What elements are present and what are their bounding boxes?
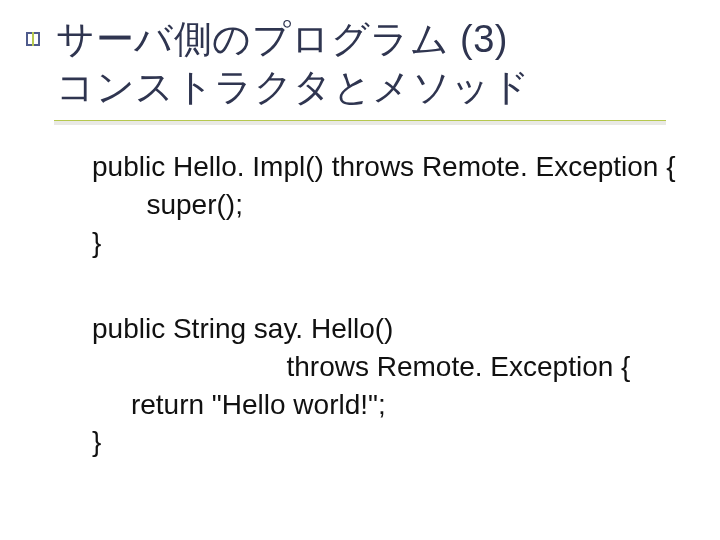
bullet-icon	[26, 32, 40, 46]
code-method: public String say. Hello() throws Remote…	[92, 310, 630, 461]
code-line: super();	[92, 186, 676, 224]
code-line: public Hello. Impl() throws Remote. Exce…	[92, 148, 676, 186]
code-constructor: public Hello. Impl() throws Remote. Exce…	[92, 148, 676, 261]
title-line-1: サーバ側のプログラム (3)	[56, 16, 530, 64]
title-block: サーバ側のプログラム (3) コンストラクタとメソッド	[56, 16, 530, 111]
code-line: public String say. Hello()	[92, 310, 630, 348]
code-line: }	[92, 224, 676, 262]
code-line: throws Remote. Exception {	[92, 348, 630, 386]
title-line-2: コンストラクタとメソッド	[56, 64, 530, 112]
code-line: }	[92, 423, 630, 461]
slide: サーバ側のプログラム (3) コンストラクタとメソッド public Hello…	[0, 0, 720, 540]
title-underline	[54, 120, 666, 125]
code-line: return "Hello world!";	[92, 386, 630, 424]
